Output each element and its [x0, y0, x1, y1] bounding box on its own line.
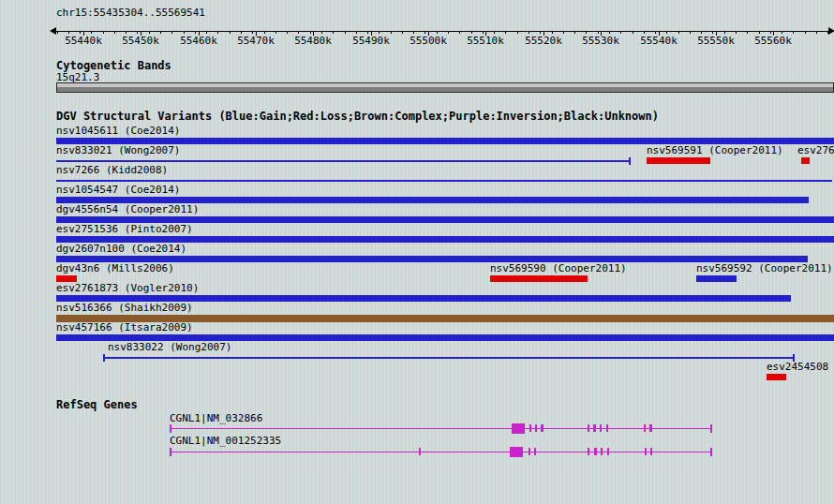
variant-bar[interactable] — [767, 374, 786, 380]
genome-browser-panel: chr15:55435304..55569541 55440k55450k554… — [0, 0, 834, 504]
ruler-minor-tick — [206, 32, 207, 34]
ruler-minor-tick — [816, 32, 817, 34]
variant-label: nsv569591 (Cooper2011) — [647, 145, 783, 156]
variant-bar[interactable] — [56, 236, 834, 243]
ruler-minor-tick — [805, 32, 806, 34]
gene-exon[interactable] — [645, 448, 647, 455]
ruler-minor-tick — [609, 32, 610, 34]
gene-exon[interactable] — [534, 448, 536, 455]
ruler-minor-tick — [241, 32, 242, 34]
ruler-minor-tick — [563, 32, 564, 34]
ruler-minor-tick — [424, 32, 425, 34]
variant-bar[interactable] — [56, 275, 77, 282]
ruler-minor-tick — [701, 32, 702, 34]
ruler-minor-tick — [126, 32, 127, 34]
ruler-minor-tick — [264, 32, 265, 34]
variant-label: esv276 — [797, 145, 834, 156]
gene-start-tick — [170, 448, 171, 456]
ruler-minor-tick — [149, 32, 150, 34]
ruler-minor-tick — [160, 32, 161, 34]
ruler-minor-tick — [367, 32, 368, 34]
gene-exon[interactable] — [541, 424, 544, 432]
variant-label: esv2751536 (Pinto2007) — [56, 224, 193, 234]
ruler-minor-tick — [540, 32, 541, 34]
ruler-tick-label: 55520k — [524, 36, 563, 46]
ruler-minor-tick — [770, 32, 771, 34]
variant-bar[interactable] — [56, 216, 834, 223]
gene-exon[interactable] — [607, 448, 609, 455]
ruler-left-arrow-icon — [50, 27, 56, 35]
ruler-minor-tick — [793, 32, 794, 34]
ruler-minor-tick — [505, 32, 506, 34]
variant-line-end-tick — [103, 354, 105, 362]
ruler-minor-tick — [252, 32, 253, 34]
ruler-minor-tick — [747, 32, 748, 34]
variant-bar[interactable] — [56, 295, 791, 302]
variant-bar[interactable] — [56, 197, 809, 203]
variant-line-end-tick — [629, 157, 631, 165]
gene-intron-line[interactable] — [170, 428, 711, 429]
variant-bar[interactable] — [801, 157, 810, 164]
variant-label: dgv4556n54 (Cooper2011) — [56, 204, 199, 215]
ruler-right-arrow-icon — [828, 27, 834, 35]
ruler-tick-label: 55530k — [581, 36, 620, 46]
variant-label: nsv516366 (Shaikh2009) — [56, 303, 193, 313]
ruler-minor-tick — [494, 32, 495, 34]
variant-line[interactable] — [56, 160, 630, 162]
ruler-minor-tick — [345, 32, 346, 34]
gene-exon[interactable] — [588, 448, 589, 455]
variant-bar[interactable] — [56, 138, 834, 144]
ruler-tick-label: 55560k — [753, 36, 793, 46]
gene-exon[interactable] — [510, 447, 523, 457]
gene-exon[interactable] — [529, 448, 530, 455]
variant-bar[interactable] — [56, 256, 808, 262]
gene-exon[interactable] — [649, 424, 652, 432]
variant-label: nsv1045611 (Coe2014) — [56, 126, 180, 136]
gene-exon[interactable] — [529, 424, 531, 432]
variant-bar[interactable] — [696, 275, 737, 282]
refseq-section-title: RefSeq Genes — [56, 399, 138, 410]
gene-intron-line[interactable] — [170, 452, 711, 452]
variant-bar[interactable] — [647, 157, 710, 164]
ruler-minor-tick — [552, 32, 553, 34]
gene-exon[interactable] — [535, 424, 537, 432]
ruler-minor-tick — [171, 32, 172, 34]
gene-exon[interactable] — [600, 424, 602, 432]
ruler-minor-tick — [298, 32, 299, 34]
ruler-tick-label: 55490k — [351, 36, 391, 46]
variant-line[interactable] — [56, 180, 832, 182]
gene-start-tick — [170, 424, 171, 433]
gene-exon[interactable] — [419, 448, 421, 455]
gene-exon[interactable] — [593, 424, 596, 432]
ruler-minor-tick — [114, 32, 115, 34]
cytoband-bar[interactable] — [56, 82, 834, 93]
ruler-minor-tick — [633, 32, 633, 34]
ruler-minor-tick — [437, 32, 438, 34]
cytoband-label: 15q21.3 — [56, 72, 99, 82]
ruler-minor-tick — [644, 32, 645, 34]
ruler-minor-tick — [356, 32, 357, 34]
gene-exon[interactable] — [601, 448, 603, 455]
ruler-minor-tick — [724, 32, 725, 34]
ruler-minor-tick — [91, 32, 92, 34]
ruler-minor-tick — [712, 32, 713, 34]
region-coordinates: chr15:55435304..55569541 — [56, 7, 205, 18]
ruler-tick-label: 55450k — [121, 36, 160, 46]
variant-label: dgv2607n100 (Coe2014) — [56, 244, 186, 254]
gene-exon[interactable] — [606, 424, 608, 432]
ruler-minor-tick — [459, 32, 460, 34]
ruler-minor-tick — [759, 32, 760, 34]
gene-exon[interactable] — [588, 424, 589, 432]
variant-line[interactable] — [103, 357, 794, 359]
gene-exon[interactable] — [644, 424, 646, 432]
variant-bar[interactable] — [56, 334, 834, 341]
ruler-minor-tick — [391, 32, 392, 34]
variant-bar[interactable] — [490, 275, 588, 282]
gene-exon[interactable] — [512, 423, 525, 434]
gene-label: CGNL1|NM_001252335 — [170, 436, 281, 446]
variant-label: esv2761873 (Vogler2010) — [56, 283, 199, 293]
gene-exon[interactable] — [650, 448, 652, 455]
ruler-tick-label: 55500k — [409, 36, 448, 46]
ruler-minor-tick — [529, 32, 529, 34]
gene-exon[interactable] — [594, 448, 597, 455]
